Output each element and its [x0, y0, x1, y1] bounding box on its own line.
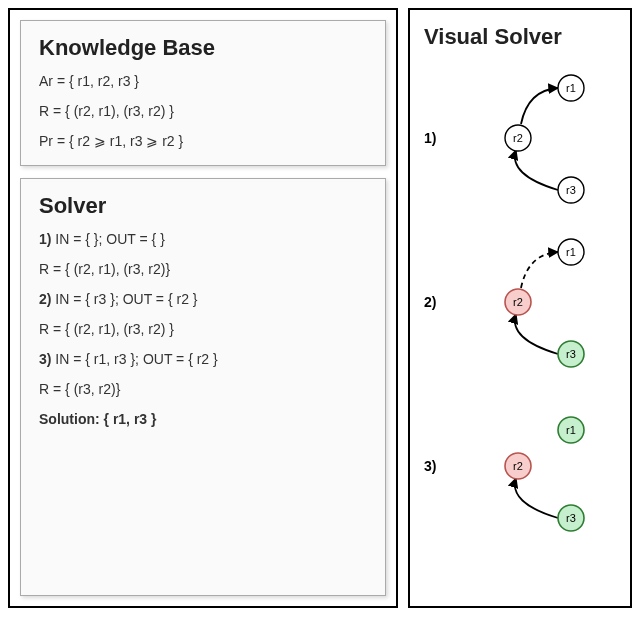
visual-title: Visual Solver [424, 24, 622, 50]
figure-wrap: Knowledge Base Ar = { r1, r2, r3 } R = {… [8, 8, 632, 608]
knowledge-base-panel: Knowledge Base Ar = { r1, r2, r3 } R = {… [20, 20, 386, 166]
node-r3-label: r3 [566, 184, 576, 196]
node-r1-label: r1 [566, 246, 576, 258]
visual-step-1: 1) r1 r2 r3 [418, 60, 622, 220]
solver-step1: 1) IN = { }; OUT = { } [39, 231, 367, 247]
visual-step-3: 3) r1 r2 r3 [418, 388, 622, 548]
visual-step-2: 2) r1 r2 r3 [418, 224, 622, 384]
edge-r3-r2 [515, 314, 558, 354]
node-r3-label: r3 [566, 512, 576, 524]
solver-step1-label: 1) [39, 231, 51, 247]
left-column: Knowledge Base Ar = { r1, r2, r3 } R = {… [8, 8, 398, 608]
graph-1-svg: r1 r2 r3 [418, 60, 618, 220]
solver-step3: 3) IN = { r1, r3 }; OUT = { r2 } [39, 351, 367, 367]
solver-step3-label: 3) [39, 351, 51, 367]
edge-r3-r2 [515, 150, 558, 190]
solver-step2-label: 2) [39, 291, 51, 307]
solver-r3: R = { (r3, r2)} [39, 381, 367, 397]
solver-solution: Solution: { r1, r3 } [39, 411, 367, 427]
solver-r1: R = { (r2, r1), (r3, r2)} [39, 261, 367, 277]
kb-title: Knowledge Base [39, 35, 367, 61]
solver-step1-text: IN = { }; OUT = { } [51, 231, 164, 247]
solver-step2: 2) IN = { r3 }; OUT = { r2 } [39, 291, 367, 307]
edge-r2-r1 [521, 88, 558, 124]
kb-ar-line: Ar = { r1, r2, r3 } [39, 73, 367, 89]
edge-r3-r2 [515, 478, 558, 518]
kb-r-line: R = { (r2, r1), (r3, r2) } [39, 103, 367, 119]
solver-step2-text: IN = { r3 }; OUT = { r2 } [51, 291, 197, 307]
graph-2-svg: r1 r2 r3 [418, 224, 618, 384]
node-r1-label: r1 [566, 82, 576, 94]
solver-r2: R = { (r2, r1), (r3, r2) } [39, 321, 367, 337]
visual-solver-column: Visual Solver 1) r1 r2 r3 [408, 8, 632, 608]
solver-panel: Solver 1) IN = { }; OUT = { } R = { (r2,… [20, 178, 386, 596]
node-r2-label: r2 [513, 132, 523, 144]
solver-step3-text: IN = { r1, r3 }; OUT = { r2 } [51, 351, 217, 367]
solver-title: Solver [39, 193, 367, 219]
graph-3-svg: r1 r2 r3 [418, 388, 618, 548]
node-r1-label: r1 [566, 424, 576, 436]
edge-r2-r1-dashed [521, 252, 558, 288]
node-r2-label: r2 [513, 296, 523, 308]
node-r3-label: r3 [566, 348, 576, 360]
node-r2-label: r2 [513, 460, 523, 472]
kb-pr-line: Pr = { r2 ⩾ r1, r3 ⩾ r2 } [39, 133, 367, 149]
